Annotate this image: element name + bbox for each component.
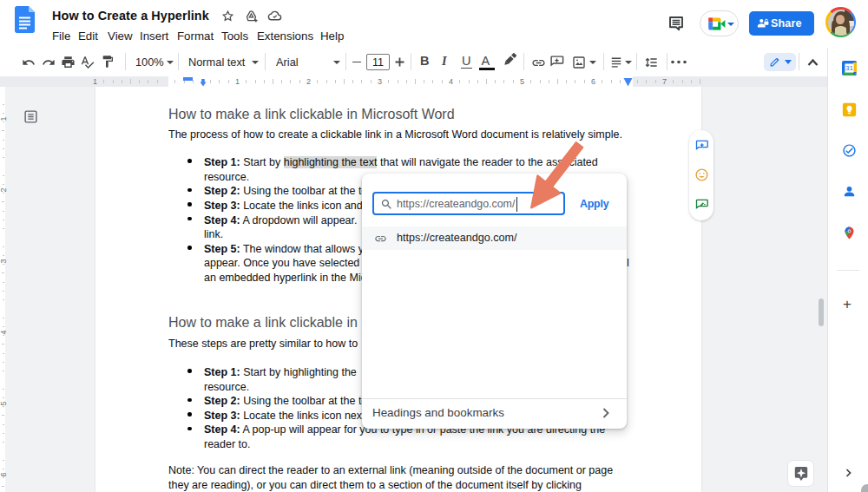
svg-text:31: 31 — [845, 64, 853, 72]
